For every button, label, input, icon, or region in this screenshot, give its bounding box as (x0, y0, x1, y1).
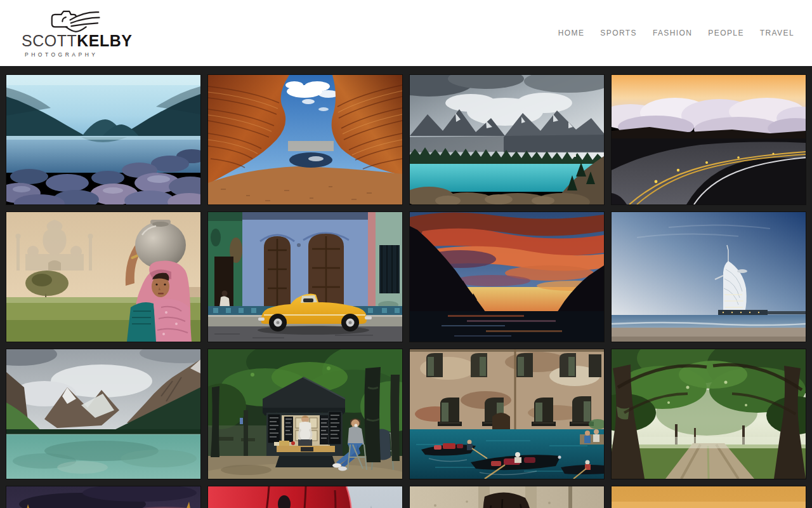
nav-item-travel[interactable]: TRAVEL (760, 29, 794, 37)
brand-name: SCOTTKELBY (22, 32, 132, 49)
photo-burj-al-arab-art (612, 212, 806, 342)
nav-item-fashion[interactable]: FASHION (653, 29, 692, 37)
photo-havana-yellow-car[interactable] (208, 212, 402, 342)
photo-moraine-lake[interactable] (410, 75, 604, 204)
photo-road-above-clouds-art (612, 75, 806, 204)
photo-burj-al-arab[interactable] (612, 212, 806, 342)
photo-gallery (0, 66, 812, 508)
photo-red-umbrella-art (208, 486, 402, 508)
photo-venice-gondolas[interactable] (410, 349, 604, 479)
photo-dusk-statues[interactable] (6, 486, 200, 508)
photo-amber-sky-art (612, 486, 806, 508)
photo-paris-park-kiosk[interactable] (208, 349, 402, 479)
main-nav: HOME SPORTS FASHION PEOPLE TRAVEL (558, 29, 794, 37)
photo-acadia-lakeshore[interactable] (6, 75, 200, 204)
photo-acadia-lakeshore-art (6, 75, 200, 204)
photo-oak-lane-art (612, 349, 806, 479)
brand-name-bold: KELBY (77, 32, 132, 50)
nav-item-home[interactable]: HOME (558, 29, 585, 37)
photo-road-above-clouds[interactable] (612, 75, 806, 204)
brand-name-light: SCOTT (22, 32, 77, 50)
photo-stone-wall-portrait[interactable] (410, 486, 604, 508)
photo-lake-louise[interactable] (6, 349, 200, 479)
photo-wave-sandstone-art (208, 75, 402, 204)
nav-item-sports[interactable]: SPORTS (600, 29, 637, 37)
brand-tagline: PHOTOGRAPHY (22, 51, 132, 58)
photo-fiery-sunset-lake-art (410, 212, 604, 342)
brand-text: SCOTTKELBY PHOTOGRAPHY (22, 32, 132, 57)
photo-venice-gondolas-art (410, 349, 604, 479)
camera-book-logo-icon (45, 8, 108, 32)
brand-logo[interactable]: SCOTTKELBY PHOTOGRAPHY (22, 8, 132, 57)
photo-amber-sky[interactable] (612, 486, 806, 508)
photo-red-umbrella[interactable] (208, 486, 402, 508)
photo-wave-sandstone[interactable] (208, 75, 402, 204)
photo-moraine-lake-art (410, 75, 604, 204)
photo-havana-yellow-car-art (208, 212, 402, 342)
photo-lake-louise-art (6, 349, 200, 479)
photo-stone-wall-portrait-art (410, 486, 604, 508)
photo-oak-lane[interactable] (612, 349, 806, 479)
photo-taj-mahal-water-carrier[interactable] (6, 212, 200, 342)
site-header: SCOTTKELBY PHOTOGRAPHY HOME SPORTS FASHI… (0, 0, 812, 66)
photo-fiery-sunset-lake[interactable] (410, 212, 604, 342)
nav-item-people[interactable]: PEOPLE (708, 29, 743, 37)
photo-taj-mahal-water-carrier-art (6, 212, 200, 342)
photo-paris-park-kiosk-art (208, 349, 402, 479)
photo-dusk-statues-art (6, 486, 200, 508)
